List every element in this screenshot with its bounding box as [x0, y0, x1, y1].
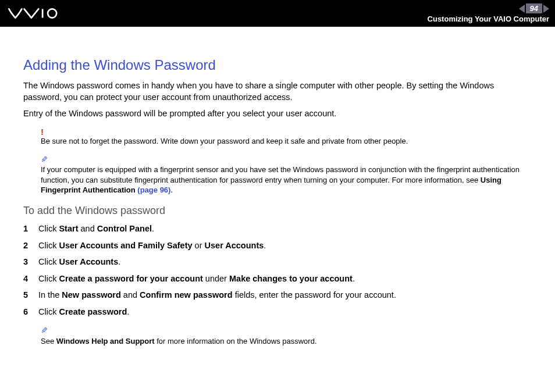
footer-pre: See — [41, 337, 56, 345]
step-num: 3 — [23, 256, 38, 268]
next-page-icon[interactable] — [543, 5, 549, 13]
header-right: 94 Customizing Your VAIO Computer — [428, 3, 549, 23]
prev-page-icon[interactable] — [519, 5, 525, 13]
warning-text: Be sure not to forget the password. Writ… — [41, 136, 532, 147]
step-item: 1Click Start and Control Panel. — [23, 223, 532, 235]
step-text: Click User Accounts. — [38, 256, 120, 268]
tip-text: If your computer is equipped with a fing… — [41, 165, 532, 195]
pencil-icon: ✎ — [41, 326, 48, 334]
footer-bold: Windows Help and Support — [56, 337, 155, 345]
step-item: 3Click User Accounts. — [23, 256, 532, 268]
intro-para-2: Entry of the Windows password will be pr… — [23, 108, 532, 120]
page-title: Adding the Windows Password — [23, 56, 532, 74]
footer-note-text: See Windows Help and Support for more in… — [41, 336, 532, 347]
step-num: 4 — [23, 273, 38, 285]
tip-note: ✎ If your computer is equipped with a fi… — [41, 155, 532, 195]
svg-point-1 — [48, 9, 56, 17]
page-nav: 94 — [519, 3, 549, 13]
header-bar: 94 Customizing Your VAIO Computer — [0, 0, 555, 27]
pencil-icon: ✎ — [41, 155, 48, 163]
svg-rect-0 — [42, 9, 44, 17]
footer-note: ✎ See Windows Help and Support for more … — [41, 326, 532, 346]
step-num: 6 — [23, 307, 38, 318]
step-item: 2Click User Accounts and Family Safety o… — [23, 240, 532, 252]
step-text: Click Create a password for your account… — [38, 273, 355, 285]
step-text: Click Create password. — [38, 307, 129, 318]
warning-icon: ! — [41, 127, 532, 136]
step-num: 1 — [23, 223, 38, 235]
warning-note: ! Be sure not to forget the password. Wr… — [41, 127, 532, 147]
footer-post: for more information on the Windows pass… — [155, 337, 317, 345]
step-text: Click Start and Control Panel. — [38, 223, 154, 235]
section-title: Customizing Your VAIO Computer — [428, 15, 549, 23]
page-number: 94 — [526, 3, 542, 13]
intro-para-1: The Windows password comes in handy when… — [23, 80, 532, 103]
page-content: Adding the Windows Password The Windows … — [0, 27, 555, 370]
step-text: Click User Accounts and Family Safety or… — [38, 240, 266, 252]
steps-list: 1Click Start and Control Panel. 2Click U… — [23, 223, 532, 318]
subheading: To add the Windows password — [23, 204, 532, 218]
vaio-logo — [8, 7, 72, 20]
step-num: 5 — [23, 290, 38, 301]
tip-post: . — [170, 186, 173, 194]
step-item: 4Click Create a password for your accoun… — [23, 273, 532, 285]
step-text: In the New password and Confirm new pass… — [38, 290, 396, 301]
tip-pre: If your computer is equipped with a fing… — [41, 165, 520, 184]
step-item: 6Click Create password. — [23, 307, 532, 318]
tip-link[interactable]: (page 96) — [137, 186, 170, 194]
step-item: 5In the New password and Confirm new pas… — [23, 290, 532, 301]
step-num: 2 — [23, 240, 38, 252]
